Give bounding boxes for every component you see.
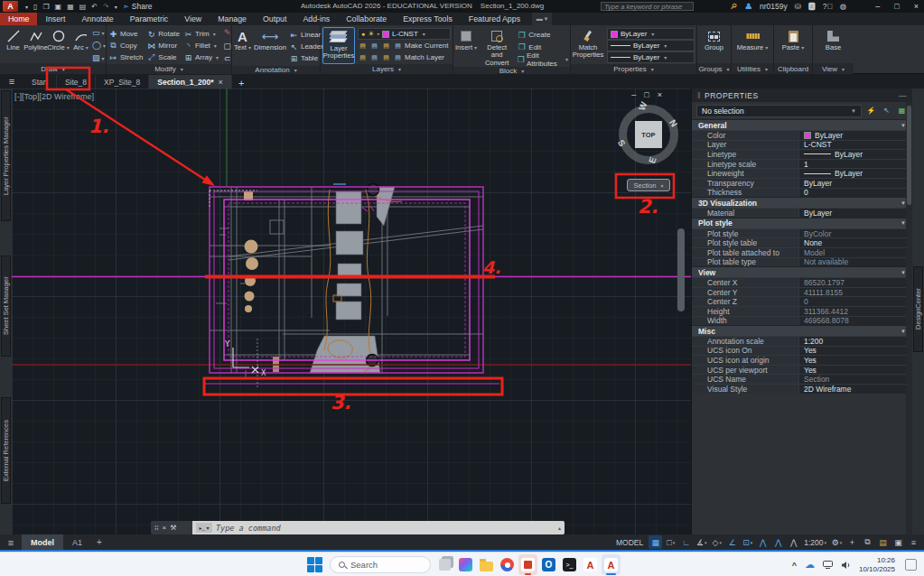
status-isolate-objects[interactable]: ⧉ [861, 535, 874, 549]
drawing-canvas[interactable]: [-][Top][2D Wireframe] – □ × [12, 88, 691, 534]
block-create[interactable]: ❐Create [517, 29, 568, 41]
property-value[interactable]: ByLayer [798, 169, 906, 178]
section-header-view[interactable]: View▼ [692, 266, 912, 277]
layer-dropdown[interactable]: ● ☀ ▪ L-CNST [358, 28, 451, 40]
layer-properties-button[interactable]: Layer Properties [322, 27, 355, 64]
minimize-icon[interactable]: – [875, 2, 880, 11]
modify-copy[interactable]: ⧉Copy [108, 40, 143, 51]
draw-button-polyline[interactable]: Polyline [24, 27, 47, 63]
command-tools-icon[interactable]: ⚒ [170, 524, 176, 532]
status-plus[interactable]: + [845, 535, 859, 549]
redo-icon[interactable]: ↷ [103, 3, 109, 11]
tab-close-icon[interactable]: × [219, 78, 223, 87]
share-button[interactable]: ➣ Share [123, 2, 153, 11]
file-tab-section-1-200[interactable]: Section_1_200*× [149, 75, 232, 88]
property-value[interactable]: 41111.8155 [798, 288, 906, 297]
status-snap-mode[interactable]: □▾ [664, 535, 677, 549]
new-file-icon[interactable]: ▯ [33, 3, 37, 11]
ribbon-tab-featured-apps[interactable]: Featured Apps [461, 13, 528, 25]
model-space-label[interactable]: MODEL [616, 538, 643, 547]
section-header-general[interactable]: General▼ [692, 119, 912, 130]
status-isometric-drafting[interactable]: ◇▾ [710, 535, 723, 549]
plot-icon[interactable]: ▤ [79, 3, 87, 11]
status-polar-tracking[interactable]: ∡▾ [695, 535, 708, 549]
autocad-app-icon[interactable]: A [3, 1, 18, 12]
property-value[interactable]: Section [798, 375, 906, 384]
property-value[interactable]: 469568.8078 [798, 317, 906, 326]
status-clean-screen[interactable]: ▣ [891, 535, 905, 549]
open-file-icon[interactable]: ❒ [42, 3, 49, 11]
app-task-view[interactable] [435, 554, 454, 575]
undo-icon[interactable]: ↶ [91, 3, 98, 11]
app-store-icon[interactable]: ◍ [840, 2, 846, 11]
explode-icon[interactable]: ▢ [222, 42, 232, 51]
onedrive-icon[interactable]: ☁ [805, 559, 815, 571]
app-file-explorer[interactable] [477, 554, 496, 575]
status-annotation-autoscale[interactable]: ⋀ [771, 535, 785, 549]
rectangle-icon[interactable]: ▭ [92, 28, 102, 37]
property-value[interactable]: 86520.1797 [798, 278, 906, 287]
property-value[interactable]: ByLayer [798, 209, 906, 218]
status-graphics-performance[interactable]: ▤ [876, 535, 890, 549]
property-value[interactable]: 2D Wireframe [798, 385, 906, 394]
detect-convert-button[interactable]: Detect and Convert [481, 27, 512, 67]
maximize-icon[interactable]: □ [894, 2, 899, 11]
file-tab-start[interactable]: Start [23, 75, 57, 88]
ribbon-tab-add-ins[interactable]: Add-ins [294, 13, 338, 25]
palette-scrollbar[interactable] [906, 102, 912, 534]
close-icon[interactable]: × [914, 2, 919, 11]
property-value[interactable]: ByLayer [798, 131, 906, 140]
start-button[interactable] [307, 557, 322, 572]
layer-tool-icon[interactable]: ▤ [393, 54, 403, 61]
property-value[interactable]: Yes [798, 347, 906, 356]
paste-button[interactable]: Paste [782, 27, 804, 51]
properties-dropdown-0[interactable]: ByLayer [607, 28, 695, 40]
search-icon[interactable]: 🔎︎ [730, 2, 738, 11]
new-drawing-icon[interactable]: + [238, 78, 244, 88]
modify-move[interactable]: ✚Move [108, 28, 143, 40]
toggle-pickadd-icon[interactable]: ⚡ [865, 105, 877, 116]
viewcube[interactable]: TOP W N E S [619, 105, 678, 164]
modify-mirror[interactable]: ⋈Mirror [146, 40, 180, 51]
layout-menu-icon[interactable]: ≡ [0, 537, 22, 548]
property-value[interactable]: Yes [798, 356, 906, 365]
property-value[interactable]: L-CNST [798, 141, 906, 150]
modify-array[interactable]: ⊞Array [183, 51, 219, 63]
property-value[interactable]: 311366.4412 [798, 307, 906, 316]
status-annotation-scale[interactable]: 1:200▾ [802, 535, 828, 549]
status-customize[interactable]: ≡ [907, 535, 920, 549]
status-workspace-gear[interactable]: ⚙▾ [830, 535, 844, 549]
hatch-icon[interactable]: ▨ [92, 53, 102, 62]
section-header-misc[interactable]: Misc▼ [692, 325, 912, 336]
properties-dropdown-1[interactable]: ByLayer [607, 40, 695, 51]
speaker-icon[interactable] [841, 561, 851, 570]
property-value[interactable]: 1 [798, 160, 906, 169]
layers-make-current[interactable]: ▤▤▤▤Make Current [358, 40, 451, 51]
draw-button-arc[interactable]: Arc [70, 27, 92, 63]
layer-tool-icon[interactable]: ▤ [358, 42, 368, 50]
qat-customize-icon[interactable]: ▾ [115, 4, 117, 10]
ribbon-tab-output[interactable]: Output [255, 13, 294, 25]
panel-label-modify[interactable]: Modify [107, 64, 231, 74]
panel-label-utilities[interactable]: Utilities [732, 63, 773, 74]
infocenter-search-input[interactable]: Type a keyword or phrase [601, 2, 694, 11]
palette-tab-external-references[interactable]: External References [1, 397, 11, 504]
dimension-button[interactable]: ⟷ Dimension [255, 27, 285, 66]
layer-tool-icon[interactable]: ▤ [369, 42, 379, 50]
ribbon-tab-parametric[interactable]: Parametric [122, 13, 177, 25]
panel-label-groups[interactable]: Groups [697, 63, 731, 74]
status-object-snap[interactable]: ⊡▾ [741, 535, 754, 549]
property-value[interactable]: ByLayer [798, 179, 906, 188]
palette-header[interactable]: ‖ PROPERTIES — [692, 88, 912, 102]
draw-button-line[interactable]: Line [2, 27, 24, 63]
panel-label-properties[interactable]: Properties [571, 64, 696, 74]
insert-button[interactable]: Insert [455, 27, 477, 67]
property-value[interactable]: 1:200 [798, 337, 906, 346]
section-header-3d-visualization[interactable]: 3D Visualization▼ [692, 197, 912, 208]
property-value[interactable]: ByColor [798, 229, 906, 238]
command-bar-grip[interactable]: ⁞⁞ × ⚒ [151, 521, 192, 534]
layer-tool-icon[interactable]: ▤ [393, 42, 403, 50]
ribbon-tab-manage[interactable]: Manage [210, 13, 255, 25]
modify-rotate[interactable]: ↻Rotate [146, 28, 180, 40]
taskbar-search[interactable]: Search [330, 556, 431, 573]
